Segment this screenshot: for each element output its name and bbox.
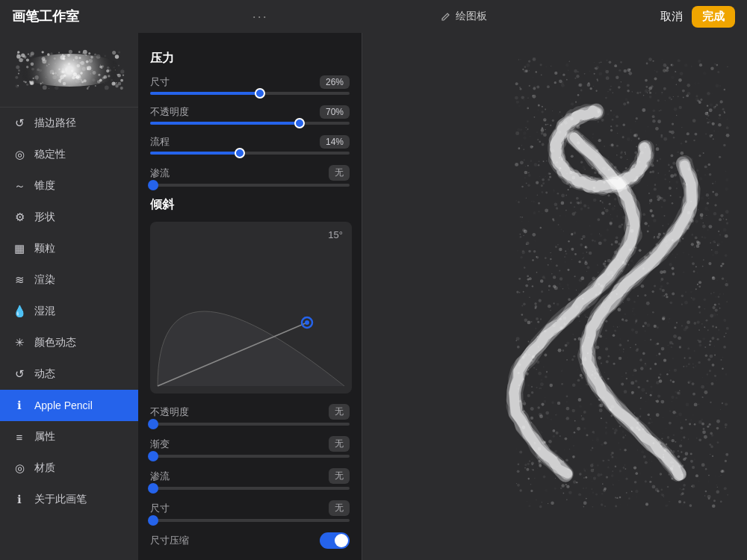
more-dots[interactable]: ··· <box>252 9 268 25</box>
sidebar-item-about[interactable]: ℹ 关于此画笔 <box>0 484 138 515</box>
slider-thumb[interactable] <box>148 451 158 461</box>
pressure-sliders: 尺寸 26% 不透明度 70% 流程 14% <box>150 75 350 187</box>
slider-row-3: 渗流 无 <box>150 165 350 187</box>
size-compress-toggle[interactable] <box>320 532 350 549</box>
trace-icon: ↺ <box>12 116 27 131</box>
slider-label-row: 尺寸 无 <box>150 500 350 516</box>
slider-track[interactable] <box>150 184 350 187</box>
brush-preview <box>0 33 138 108</box>
slider-label-row: 渐变 无 <box>150 436 350 452</box>
material-icon: ◎ <box>12 461 27 476</box>
sidebar-item-dynamic[interactable]: ↺ 动态 <box>0 358 138 390</box>
sidebar-label-material: 材质 <box>34 461 126 475</box>
slider-track[interactable] <box>150 92 350 95</box>
canvas-area[interactable] <box>362 33 747 560</box>
slider-row-0: 尺寸 26% <box>150 75 350 95</box>
sidebar-label-applepencil: Apple Pencil <box>34 399 126 411</box>
sidebar-label-shape: 形状 <box>34 211 126 224</box>
canvas-tab[interactable]: 绘图板 <box>441 10 487 23</box>
drawing-canvas[interactable] <box>362 33 747 560</box>
sidebar-label-wet: 湿混 <box>34 305 126 318</box>
slider-value: 无 <box>329 468 350 484</box>
slider-label-row: 流程 14% <box>150 135 350 149</box>
sidebar: ↺ 描边路径 ◎ 稳定性 ～ 锥度 ⚙ 形状 ▦ 颗粒 ≋ 渲染 💧 湿混 ✳ … <box>0 33 138 560</box>
slider-label: 不透明度 <box>150 405 189 419</box>
slider-label: 不透明度 <box>150 105 189 119</box>
slider-thumb[interactable] <box>148 515 158 526</box>
sidebar-label-stability: 稳定性 <box>34 148 126 161</box>
slider-label-row: 渗流 无 <box>150 165 350 181</box>
cancel-button[interactable]: 取消 <box>660 10 683 24</box>
slider-row-2: 流程 14% <box>150 135 350 155</box>
sidebar-item-render[interactable]: ≋ 渲染 <box>0 264 138 296</box>
pressure-section-title: 压力 <box>150 51 350 66</box>
slider-label-row: 不透明度 无 <box>150 404 350 420</box>
slider-label-row: 不透明度 70% <box>150 105 350 119</box>
props-icon: ≡ <box>12 429 27 444</box>
slider-label: 尺寸 <box>150 502 170 515</box>
wet-icon: 💧 <box>12 304 27 319</box>
sidebar-item-applepencil[interactable]: ℹ Apple Pencil <box>0 390 138 421</box>
slider-track[interactable] <box>150 423 350 426</box>
tilt-sliders: 不透明度 无 渐变 无 渗流 无 <box>150 404 350 522</box>
slider-thumb[interactable] <box>148 483 158 494</box>
sidebar-item-stability[interactable]: ◎ 稳定性 <box>0 139 138 170</box>
sidebar-item-material[interactable]: ◎ 材质 <box>0 452 138 484</box>
slider-fill <box>150 122 300 125</box>
sidebar-item-wet[interactable]: 💧 湿混 <box>0 296 138 327</box>
slider-label: 尺寸 <box>150 75 170 89</box>
slider-label-row: 渗流 无 <box>150 468 350 484</box>
svg-point-2 <box>305 320 309 325</box>
slider-row-1: 渐变 无 <box>150 436 350 458</box>
canvas-label: 绘图板 <box>456 10 487 23</box>
brush-canvas <box>10 44 129 96</box>
tilt-canvas: 15° <box>150 222 352 393</box>
sidebar-item-props[interactable]: ≡ 属性 <box>0 421 138 452</box>
slider-track[interactable] <box>150 455 350 458</box>
slider-track[interactable] <box>150 152 350 155</box>
topbar: 画笔工作室 ··· 绘图板 取消 完成 <box>0 0 747 33</box>
sidebar-item-trace[interactable]: ↺ 描边路径 <box>0 108 138 139</box>
size-compress-row: 尺寸压缩 <box>150 532 350 549</box>
sidebar-label-render: 渲染 <box>34 273 126 287</box>
slider-track[interactable] <box>150 519 350 522</box>
done-button[interactable]: 完成 <box>692 6 735 28</box>
sidebar-item-color[interactable]: ✳ 颜色动态 <box>0 327 138 358</box>
slider-track[interactable] <box>150 487 350 490</box>
sidebar-item-grain[interactable]: ▦ 颗粒 <box>0 233 138 264</box>
tilt-section: 倾斜 15° <box>150 197 350 393</box>
pencil-icon <box>441 11 451 22</box>
sidebar-label-trace: 描边路径 <box>34 116 126 130</box>
slider-thumb[interactable] <box>148 180 158 190</box>
slider-value: 14% <box>320 135 350 149</box>
slider-thumb[interactable] <box>294 118 305 128</box>
slider-track[interactable] <box>150 122 350 125</box>
brush-preview-image <box>10 44 129 96</box>
slider-label: 流程 <box>150 135 170 149</box>
slider-fill <box>150 92 260 95</box>
tilt-section-title: 倾斜 <box>150 197 350 213</box>
sidebar-label-taper: 锥度 <box>34 179 126 193</box>
sidebar-label-props: 属性 <box>34 430 126 444</box>
slider-thumb[interactable] <box>235 148 245 158</box>
sidebar-item-shape[interactable]: ⚙ 形状 <box>0 202 138 233</box>
slider-value: 26% <box>320 75 350 89</box>
slider-label: 渐变 <box>150 438 170 451</box>
app-title: 画笔工作室 <box>12 7 79 25</box>
sidebar-item-taper[interactable]: ～ 锥度 <box>0 170 138 202</box>
slider-value: 70% <box>320 105 350 119</box>
stability-icon: ◎ <box>12 147 27 162</box>
slider-row-2: 渗流 无 <box>150 468 350 490</box>
middle-panel: 压力 尺寸 26% 不透明度 70% 流程 14% <box>138 33 362 560</box>
slider-value: 无 <box>329 500 350 516</box>
tilt-degree: 15° <box>328 229 343 240</box>
render-icon: ≋ <box>12 273 27 287</box>
slider-label: 渗流 <box>150 167 170 180</box>
slider-thumb[interactable] <box>148 419 158 429</box>
slider-thumb[interactable] <box>255 88 265 99</box>
tilt-diagram <box>150 222 352 393</box>
slider-row-1: 不透明度 70% <box>150 105 350 125</box>
grain-icon: ▦ <box>12 241 27 256</box>
applepencil-icon: ℹ <box>12 398 27 413</box>
main-layout: ↺ 描边路径 ◎ 稳定性 ～ 锥度 ⚙ 形状 ▦ 颗粒 ≋ 渲染 💧 湿混 ✳ … <box>0 33 747 560</box>
